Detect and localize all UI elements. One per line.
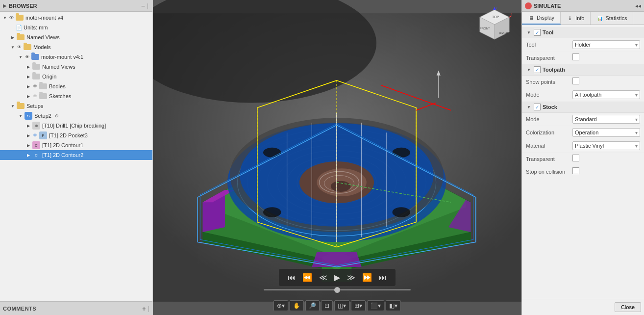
tool-section-arrow[interactable]: [526, 29, 532, 35]
stop-collision-checkbox[interactable]: [572, 167, 579, 174]
tree-item-models[interactable]: 👁 Models: [0, 42, 152, 52]
skip-end-button[interactable]: ⏭: [377, 272, 389, 283]
tree-item-setups[interactable]: Setups: [0, 101, 152, 111]
toolpath-section-arrow[interactable]: [526, 67, 532, 73]
drill-icon: ⊕: [32, 122, 40, 130]
prop-colorization: Colorization Operation: [522, 126, 644, 139]
rewind-button[interactable]: ≪: [317, 272, 329, 283]
fit-button[interactable]: ⊡: [321, 300, 333, 311]
viewcube-button[interactable]: ⬛▾: [367, 300, 384, 311]
zoom-button[interactable]: 🔎: [305, 300, 320, 311]
arrow-named-views-root[interactable]: [10, 34, 16, 40]
arrow-sketches[interactable]: [25, 93, 31, 99]
arrow-setups[interactable]: [10, 103, 16, 109]
svg-text:TOP: TOP: [492, 15, 499, 19]
viewport[interactable]: TOP FRONT RIGHT Z X ⏮ ⏪ ≪ ▶ ≫ ⏩ ⏭: [153, 0, 521, 315]
tool-section-check[interactable]: ✓: [534, 29, 541, 36]
arrow-motor-v4-1[interactable]: [18, 54, 24, 60]
comments-add-icon[interactable]: +: [142, 305, 146, 313]
eye-sketches[interactable]: 👁: [31, 93, 38, 100]
svg-point-23: [263, 148, 281, 158]
prop-toolpath-mode-value: All toolpath: [572, 90, 640, 99]
arrow-setup2[interactable]: [18, 113, 24, 119]
svg-marker-10: [312, 252, 361, 267]
contour1-icon: C: [32, 141, 40, 149]
step-back-button[interactable]: ⏪: [300, 272, 314, 283]
browser-minimize-icon[interactable]: −: [141, 2, 145, 10]
tab-display-label: Display: [537, 15, 554, 21]
arrow-bodies[interactable]: [25, 83, 31, 89]
tab-display[interactable]: 🖥 Display: [522, 12, 561, 25]
arrow-pocket3[interactable]: [25, 132, 31, 138]
toolpath-section-header[interactable]: ✓ Toolpath: [522, 64, 644, 76]
material-dropdown[interactable]: Plastic Vinyl: [572, 141, 640, 150]
skip-start-button[interactable]: ⏮: [286, 272, 297, 283]
tree-item-named-views-root[interactable]: Named Views: [0, 32, 152, 42]
prop-stop-collision: Stop on collision: [522, 165, 644, 178]
tree-item-root[interactable]: 👁 motor-mount v4: [0, 13, 152, 23]
tree-item-contour2[interactable]: C [T1] 2D Contour2: [0, 150, 152, 160]
eye-motor-v4-1[interactable]: 👁: [24, 53, 30, 60]
tab-info[interactable]: ℹ Info: [561, 12, 591, 25]
arrow-origin[interactable]: [25, 74, 31, 79]
stock-section-arrow[interactable]: [526, 104, 532, 110]
prop-colorization-value: Operation: [572, 128, 640, 137]
browser-collapse-arrow[interactable]: ▶: [3, 3, 7, 8]
eye-bodies[interactable]: 👁: [31, 83, 38, 90]
eye-pocket3[interactable]: 👁: [31, 132, 38, 139]
tree-item-pocket3[interactable]: 👁 P [T1] 2D Pocket3: [0, 131, 152, 140]
tree-item-drill1[interactable]: ⊕ [T10] Drill1 [Chip breaking]: [0, 121, 152, 131]
arrow-root[interactable]: [2, 15, 8, 21]
eye-root[interactable]: 👁: [8, 14, 15, 21]
display-mode-button[interactable]: ◫▾: [334, 300, 349, 311]
orbit-button[interactable]: ⊕▾: [273, 300, 288, 311]
stock-transparent-checkbox[interactable]: [572, 155, 579, 161]
tree-item-setup2[interactable]: S Setup2 ⊙: [0, 111, 152, 121]
fast-forward-button[interactable]: ≫: [345, 272, 357, 283]
label-units: Units: mm: [24, 25, 48, 30]
step-forward-button[interactable]: ⏩: [360, 272, 374, 283]
toolpath-section-check[interactable]: ✓: [534, 66, 541, 73]
pan-button[interactable]: ✋: [290, 300, 304, 311]
tool-holder-dropdown[interactable]: Holder: [572, 40, 640, 49]
arrow-contour1[interactable]: [25, 142, 31, 148]
tree-item-contour1[interactable]: C [T1] 2D Contour1: [0, 140, 152, 150]
toolpath-mode-dropdown[interactable]: All toolpath: [572, 90, 640, 99]
prop-stock-transparent-value: [572, 155, 640, 163]
eye-models[interactable]: 👁: [16, 44, 23, 51]
scrubber-handle[interactable]: [334, 287, 340, 293]
play-setup2[interactable]: ⊙: [53, 112, 60, 119]
panel-content: ✓ Tool Tool Holder Transparent ✓ Toolpat…: [522, 25, 644, 299]
label-contour1: [T1] 2D Contour1: [42, 142, 83, 148]
tree-item-sketches[interactable]: 👁 Sketches: [0, 91, 152, 101]
arrow-drill1[interactable]: [25, 123, 31, 129]
stock-section-header[interactable]: ✓ Stock: [522, 102, 644, 113]
tree-area: 👁 motor-mount v4 📄 Units: mm Named Views…: [0, 12, 152, 301]
show-points-checkbox[interactable]: [572, 78, 579, 84]
simulate-expand-icon[interactable]: ◂◂: [635, 2, 641, 9]
display-tab-icon: 🖥: [528, 14, 535, 21]
play-button[interactable]: ▶: [332, 272, 342, 283]
prop-tool-transparent: Transparent: [522, 52, 644, 64]
tool-section-header[interactable]: ✓ Tool: [522, 27, 644, 38]
close-button[interactable]: Close: [615, 302, 641, 312]
grid-button[interactable]: ⊞▾: [351, 300, 366, 311]
arrow-contour2[interactable]: [25, 152, 31, 158]
tool-transparent-checkbox[interactable]: [572, 53, 579, 60]
tree-item-origin[interactable]: Origin: [0, 72, 152, 81]
tree-item-named-views[interactable]: Named Views: [0, 62, 152, 72]
section-button[interactable]: ◧▾: [386, 300, 401, 311]
colorization-dropdown[interactable]: Operation: [572, 128, 640, 137]
prop-stop-collision-label: Stop on collision: [526, 169, 572, 175]
arrow-named-views[interactable]: [25, 64, 31, 70]
arrow-models[interactable]: [10, 44, 16, 50]
label-setups: Setups: [26, 103, 43, 109]
tree-item-motor-v4-1[interactable]: 👁 motor-mount v4:1: [0, 52, 152, 62]
stock-section-check[interactable]: ✓: [534, 104, 541, 110]
tab-statistics[interactable]: 📊 Statistics: [591, 12, 633, 25]
tree-item-units[interactable]: 📄 Units: mm: [0, 23, 152, 32]
stock-mode-dropdown[interactable]: Standard: [572, 115, 640, 124]
svg-text:RIGHT: RIGHT: [499, 32, 509, 35]
nav-cube[interactable]: TOP FRONT RIGHT Z X: [477, 7, 512, 42]
tree-item-bodies[interactable]: 👁 Bodies: [0, 81, 152, 91]
